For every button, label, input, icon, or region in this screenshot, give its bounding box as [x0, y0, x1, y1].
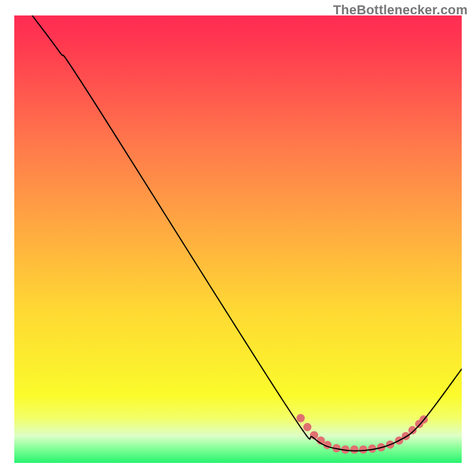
chart-svg — [14, 15, 462, 463]
marker-dot — [359, 445, 368, 453]
marker-dot — [296, 414, 305, 422]
marker-dot — [303, 423, 312, 431]
plot-area — [14, 15, 462, 463]
marker-dot — [408, 426, 416, 434]
markers-group — [296, 414, 428, 454]
marker-dot — [350, 445, 359, 453]
chart-container: TheBottlenecker.com — [0, 0, 476, 476]
attribution-text: TheBottlenecker.com — [333, 2, 468, 18]
curve-line — [32, 15, 462, 451]
